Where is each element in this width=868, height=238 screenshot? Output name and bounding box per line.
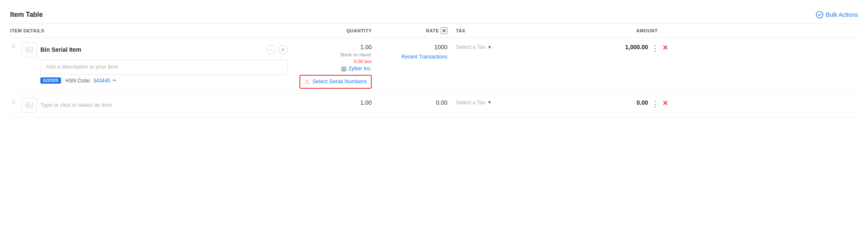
item-image-2 (22, 98, 37, 113)
drag-handle-2[interactable]: ⠿ (12, 99, 16, 105)
quantity-value-2[interactable]: 1.00 (360, 99, 372, 106)
item-name-row-2: Type or click to select an item. (22, 98, 288, 113)
col-header-rate: RATE ⊞ (380, 27, 456, 34)
amount-cell-1: 1,000.00 ⋮ ✕ (574, 42, 675, 52)
building-icon: 🏢 (341, 66, 347, 71)
chevron-down-icon-2: ▾ (488, 99, 491, 105)
hsn-row: HSN Code: 543445 ✏ (65, 78, 116, 84)
item-details-cell-2: ⠿ Type or click to select an item. (10, 98, 288, 113)
rate-cell-1: 1000 Recent Transactions (380, 42, 456, 60)
col-header-quantity: QUANTITY (288, 27, 380, 34)
col-header-amount: AMOUNT (574, 27, 675, 34)
stock-label: Stock on Hand: (340, 52, 372, 57)
tax-cell-1: Select a Tax ▾ (456, 42, 574, 50)
delete-btn-2[interactable]: ✕ (662, 99, 668, 107)
rate-info-icon[interactable]: ⊞ (441, 27, 447, 34)
item-image (22, 42, 37, 57)
svg-point-0 (816, 11, 823, 18)
warning-icon: ⚠ (304, 78, 310, 85)
rate-cell-2: 0.00 (380, 98, 456, 106)
tax-placeholder-2: Select a Tax (456, 99, 486, 106)
table-header: Item Table Bulk Actions (10, 7, 858, 24)
tax-placeholder-1: Select a Tax (456, 44, 486, 50)
tags-row: GOODS HSN Code: 543445 ✏ (40, 77, 288, 84)
col-header-item-details: ITEM DETAILS (10, 27, 288, 34)
svg-point-2 (27, 48, 29, 49)
col-header-actions (675, 27, 708, 34)
warehouse-name: Zylker Inc. (349, 66, 372, 71)
stock-value: 0.00 box (354, 59, 372, 64)
col-header-tax: TAX (456, 27, 574, 34)
quantity-value-1[interactable]: 1.00 (360, 44, 372, 50)
item-options-btn[interactable]: ··· (267, 45, 276, 54)
table-row: ⠿ Bin Serial Item ··· × (10, 38, 858, 93)
table-title: Item Table (10, 11, 43, 19)
item-close-btn[interactable]: × (278, 45, 288, 54)
more-menu-icon-2[interactable]: ⋮ (651, 99, 659, 108)
hsn-label: HSN Code: (65, 78, 91, 84)
image-placeholder-icon (26, 47, 33, 53)
select-serial-text: Select Serial Numbers (312, 78, 367, 85)
rate-value-1[interactable]: 1000 (434, 44, 447, 50)
description-input[interactable]: Add a description to your item (40, 60, 288, 75)
quantity-cell-1: 1.00 Stock on Hand: 0.00 box 🏢 Zylker In… (288, 42, 380, 89)
circle-check-icon (816, 11, 823, 19)
quantity-cell-2: 1.00 (288, 98, 380, 106)
drag-handle[interactable]: ⠿ (12, 44, 16, 50)
hsn-edit-icon[interactable]: ✏ (113, 78, 116, 83)
recent-transactions-link[interactable]: Recent Transactions (402, 54, 447, 60)
image-placeholder-icon-2 (26, 102, 33, 108)
item-details-cell-1: ⠿ Bin Serial Item ··· × (10, 42, 288, 84)
amount-value-2: 0.00 (637, 99, 648, 106)
item-name-row: Bin Serial Item ··· × (22, 42, 288, 57)
close-icon: × (281, 46, 285, 53)
bulk-actions-button[interactable]: Bulk Actions (816, 11, 858, 19)
goods-badge: GOODS (40, 77, 61, 84)
table-row-empty: ⠿ Type or click to select an item. 1.00 … (10, 93, 858, 117)
hsn-value[interactable]: 543445 (93, 78, 110, 84)
chevron-down-icon: ▾ (488, 44, 491, 50)
svg-point-4 (27, 103, 29, 105)
item-name-1: Bin Serial Item (40, 46, 263, 53)
warehouse-link[interactable]: 🏢 Zylker Inc. (341, 66, 372, 71)
tax-select-1[interactable]: Select a Tax ▾ (456, 44, 491, 50)
rate-value-2[interactable]: 0.00 (436, 99, 447, 106)
amount-value-1: 1,000.00 (625, 44, 648, 50)
item-table-container: Item Table Bulk Actions ITEM DETAILS QUA… (0, 0, 868, 238)
ellipsis-icon: ··· (269, 47, 273, 53)
item-actions-1: ··· × (267, 45, 288, 54)
bulk-actions-label: Bulk Actions (826, 11, 858, 18)
more-menu-icon-1[interactable]: ⋮ (651, 44, 659, 52)
column-headers: ITEM DETAILS QUANTITY RATE ⊞ TAX AMOUNT (10, 24, 858, 38)
tax-cell-2: Select a Tax ▾ (456, 98, 574, 106)
select-serial-numbers-button[interactable]: ⚠ Select Serial Numbers (299, 75, 372, 89)
amount-cell-2: 0.00 ⋮ ✕ (574, 98, 675, 108)
tax-select-2[interactable]: Select a Tax ▾ (456, 99, 491, 106)
delete-btn-1[interactable]: ✕ (662, 44, 668, 52)
empty-item-placeholder[interactable]: Type or click to select an item. (40, 102, 114, 108)
